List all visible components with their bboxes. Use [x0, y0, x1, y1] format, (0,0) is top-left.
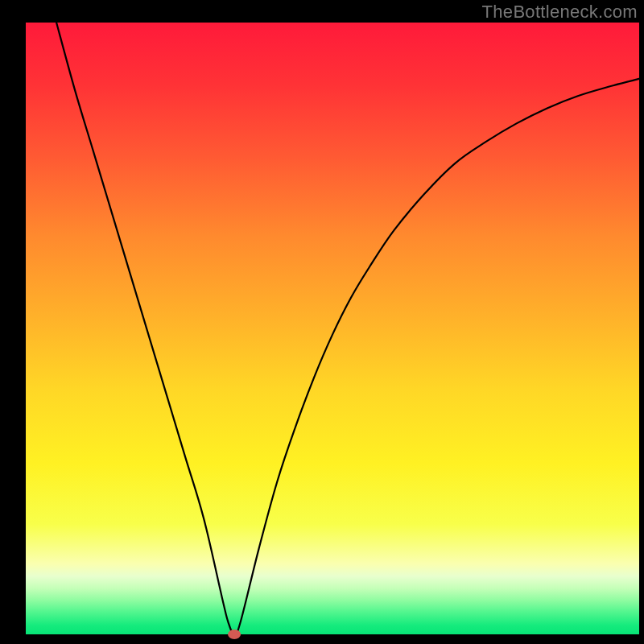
chart-frame: TheBottleneck.com	[0, 0, 644, 644]
bottleneck-chart	[0, 0, 644, 644]
watermark-text: TheBottleneck.com	[482, 2, 638, 23]
plot-area	[26, 23, 639, 634]
optimal-point-marker	[228, 630, 241, 639]
